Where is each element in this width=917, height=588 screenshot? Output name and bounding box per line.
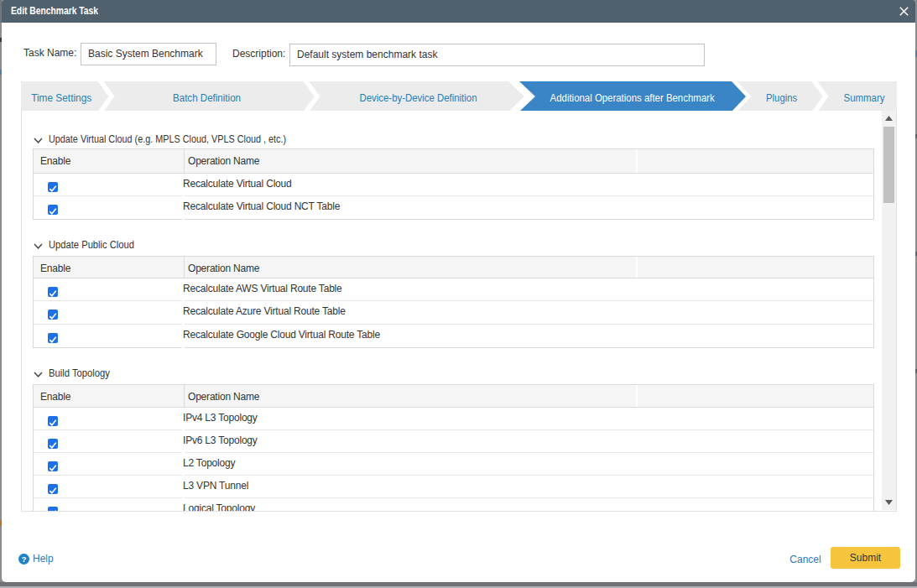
svg-text:Update Public Cloud: Update Public Cloud (49, 239, 134, 251)
svg-text:Summary: Summary (844, 92, 885, 104)
svg-text:Time Settings: Time Settings (31, 92, 91, 104)
svg-text:Edit Benchmark Task: Edit Benchmark Task (11, 5, 98, 17)
svg-text:Additional Operations after Be: Additional Operations after Benchmark (550, 92, 716, 104)
svg-text:Build Topology: Build Topology (49, 367, 110, 379)
svg-text:Plugins: Plugins (766, 92, 797, 104)
svg-text:Device-by-Device Definition: Device-by-Device Definition (360, 92, 477, 104)
svg-text:Update Virtual Cloud (e.g. MPL: Update Virtual Cloud (e.g. MPLS Cloud, V… (49, 133, 286, 145)
svg-text:?: ? (21, 554, 26, 563)
svg-text:Batch Definition: Batch Definition (173, 92, 241, 104)
